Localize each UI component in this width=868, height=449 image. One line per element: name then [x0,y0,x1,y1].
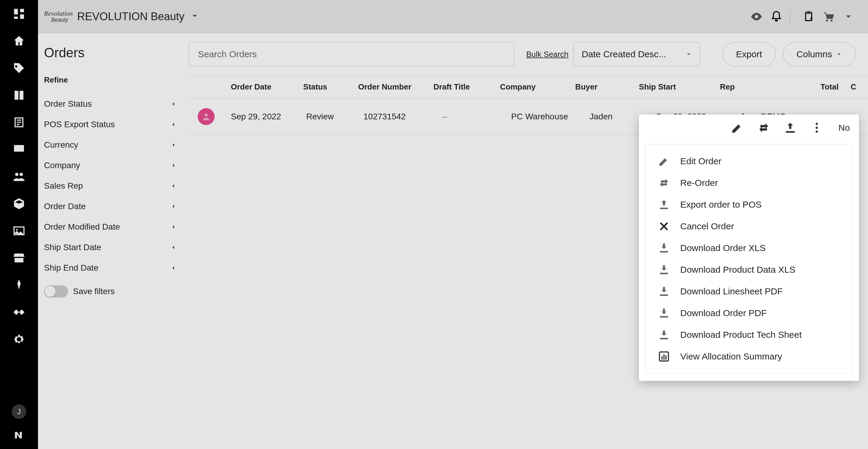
th-order-date[interactable]: Order Date [231,82,303,92]
nav-platform-logo-icon [11,430,27,440]
nav-partners-icon[interactable] [11,304,27,320]
chevron-down-icon [685,51,692,58]
popover-toolbar: No [639,115,859,141]
menu-item-label: View Allocation Summary [680,351,782,362]
nav-linesheets-icon[interactable] [11,115,27,130]
chart-icon [657,350,671,363]
menu-item[interactable]: Download Product Data XLS [645,259,852,281]
nav-media-icon[interactable] [11,223,27,239]
menu-item[interactable]: Cancel Order [645,216,852,237]
chevron-left-icon [170,264,177,271]
chevron-left-icon [170,141,177,148]
cell-order-number: 102731542 [364,112,442,122]
menu-item[interactable]: Download Order PDF [645,302,852,324]
download-icon [657,285,671,298]
menu-item-label: Download Order PDF [680,308,767,318]
nav-tag-icon[interactable] [11,60,27,76]
th-draft-title[interactable]: Draft Title [433,82,500,92]
filter-item-label: Company [44,161,80,170]
sort-select[interactable]: Date Created Desc... [574,42,700,66]
menu-item-label: Download Product Data XLS [680,264,795,275]
chevron-left-icon [170,224,177,230]
export-button-label: Export [736,49,762,59]
menu-item-label: Edit Order [680,156,721,166]
menu-item[interactable]: Re-Order [645,172,852,194]
bulk-search-link[interactable]: Bulk Search [526,50,568,59]
nav-orders-icon[interactable] [11,196,27,212]
refine-label: Refine [44,75,177,85]
filter-item[interactable]: Currency [44,135,177,155]
cell-status: Review [306,112,364,122]
notifications-icon[interactable] [769,9,784,24]
menu-item[interactable]: Export order to POS [645,194,852,216]
th-order-number[interactable]: Order Number [358,82,433,92]
clipboard-icon[interactable] [801,9,816,24]
cell-draft-title: -- [442,112,511,122]
popover-menu: Edit OrderRe-OrderExport order to POSCan… [645,144,853,374]
sort-select-value: Date Created Desc... [582,49,666,59]
menu-item-label: Download Order XLS [680,243,766,253]
more-icon[interactable] [809,121,824,135]
nav-store-icon[interactable] [11,250,27,266]
header-divider [790,9,790,24]
nav-catalog-icon[interactable] [11,87,27,103]
columns-button-label: Columns [797,49,832,59]
filter-item-label: Ship End Date [44,263,98,273]
filter-item[interactable]: Order Status [44,94,177,114]
menu-item-label: Re-Order [680,178,718,188]
filter-item[interactable]: Sales Rep [44,176,177,196]
filter-item[interactable]: POS Export Status [44,114,177,135]
reorder-icon [657,176,671,190]
export-button[interactable]: Export [722,42,776,66]
row-actions-popover: No Edit OrderRe-OrderExport order to POS… [639,115,859,381]
edit-icon[interactable] [730,121,744,135]
nav-users-icon[interactable] [11,169,27,185]
brand-logo: RevolutionBeauty [44,10,71,23]
th-status[interactable]: Status [303,82,358,92]
chevron-left-icon [170,121,177,128]
nav-dashboard-icon[interactable] [11,6,27,22]
th-extra[interactable]: C [850,82,868,92]
menu-item[interactable]: Download Linesheet PDF [645,281,852,302]
chevron-left-icon [170,183,177,189]
visibility-icon[interactable] [749,9,764,24]
menu-item[interactable]: View Allocation Summary [645,346,852,367]
top-header: RevolutionBeauty REVOLUTION Beauty [38,0,868,33]
brand-switcher-chevron-icon[interactable] [190,12,199,22]
filter-item[interactable]: Company [44,155,177,176]
menu-item-label: Download Linesheet PDF [680,286,783,296]
chevron-left-icon [170,244,177,251]
nav-presentation-icon[interactable] [11,141,27,157]
cart-icon[interactable] [821,9,836,24]
menu-item[interactable]: Edit Order [645,150,852,172]
columns-button[interactable]: Columns [783,42,856,66]
upload-icon [657,198,671,211]
filter-item[interactable]: Ship End Date [44,258,177,278]
th-company[interactable]: Company [500,82,575,92]
nav-user-avatar[interactable]: J [12,405,26,419]
th-total[interactable]: Total [809,82,850,92]
menu-item[interactable]: Download Order XLS [645,237,852,259]
row-avatar-icon [198,108,215,125]
filter-item[interactable]: Order Date [44,196,177,217]
reorder-icon[interactable] [756,121,771,135]
filter-item[interactable]: Ship Start Date [44,237,177,258]
search-input[interactable] [189,42,514,66]
download-icon [657,242,671,255]
filters-sidebar: Orders Refine Order StatusPOS Export Sta… [38,33,189,449]
cell-order-date: Sep 29, 2022 [231,112,306,122]
chevron-left-icon [170,162,177,169]
nav-design-icon[interactable] [11,277,27,293]
nav-settings-icon[interactable] [11,331,27,347]
save-filters-label: Save filters [73,287,115,296]
nav-home-icon[interactable] [11,33,27,49]
th-ship-start[interactable]: Ship Start [639,82,720,92]
header-chevron-down-icon[interactable] [841,9,856,24]
filter-item[interactable]: Order Modified Date [44,217,177,237]
th-rep[interactable]: Rep [720,82,810,92]
brand-name: REVOLUTION Beauty [77,10,184,23]
save-filters-toggle[interactable] [44,285,68,297]
th-buyer[interactable]: Buyer [575,82,639,92]
upload-icon[interactable] [783,121,798,135]
menu-item[interactable]: Download Product Tech Sheet [645,324,852,346]
